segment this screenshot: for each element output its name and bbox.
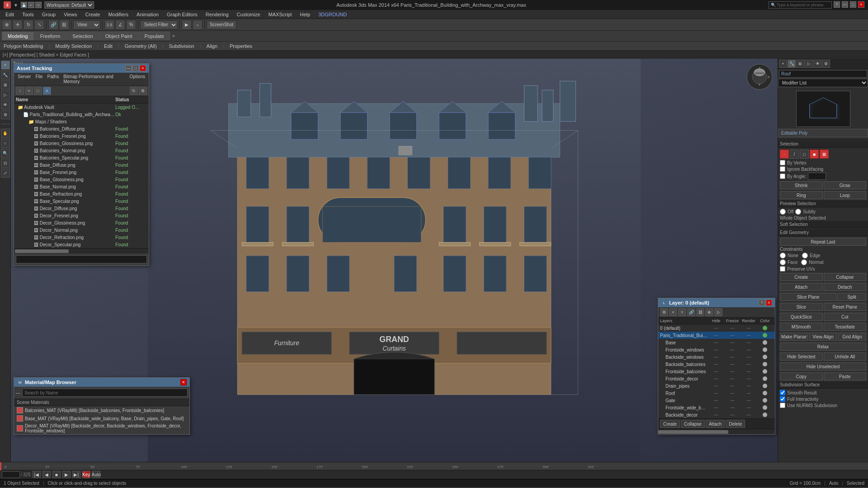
menu-help[interactable]: Help xyxy=(297,11,314,18)
at-tree-row[interactable]: 🖼 Balconies_Diffuse.png Found xyxy=(14,125,149,132)
prev-frame-btn[interactable]: |◀ xyxy=(33,471,41,478)
layer-titlebar[interactable]: L Layer: 0 (default) ? ✕ xyxy=(658,298,775,307)
sub-properties[interactable]: Properties xyxy=(228,43,254,49)
timeline-track[interactable]: 0 25 50 75 100 125 150 175 200 225 250 2… xyxy=(0,462,868,470)
play-btn[interactable]: ▶ xyxy=(182,20,192,30)
minimize-btn[interactable]: — xyxy=(842,1,848,8)
help-btn[interactable]: ? xyxy=(834,1,840,8)
orbit-icon[interactable]: ○ xyxy=(1,139,10,148)
zoom-all-icon[interactable]: ⊡ xyxy=(1,159,10,168)
zoom-icon[interactable]: 🔍 xyxy=(1,149,10,158)
rp-tab-create[interactable]: + xyxy=(779,60,787,68)
loop-btn[interactable]: Loop xyxy=(824,191,867,199)
sub-geometry-all[interactable]: Geometry (All) xyxy=(123,43,159,49)
layer-delete2-btn[interactable]: Delete xyxy=(726,420,745,428)
layer-help-btn[interactable]: ? xyxy=(759,300,765,306)
layer-row[interactable]: Base — — — xyxy=(658,339,775,346)
tab-populate[interactable]: Populate xyxy=(138,32,170,40)
at-toolbar-btn3[interactable]: □ xyxy=(34,87,42,95)
menu-create[interactable]: Create xyxy=(81,11,104,18)
key-btn[interactable]: Key xyxy=(82,471,90,478)
create-btn[interactable]: Create xyxy=(780,273,823,281)
tessellate-btn[interactable]: Tessellate xyxy=(824,323,867,331)
redo-btn[interactable]: ↪ xyxy=(35,2,42,8)
mat-close-btn[interactable]: ✕ xyxy=(180,379,187,385)
constraint-face-radio[interactable] xyxy=(780,259,786,265)
at-tree-row[interactable]: 🖼 Decor_Glossiness.png Found xyxy=(14,219,149,226)
rp-tab-display[interactable]: 👁 xyxy=(813,60,821,68)
layer-row[interactable]: Frontside_balconies — — — xyxy=(658,368,775,375)
maximize-vp-icon[interactable]: ⤢ xyxy=(1,169,10,178)
layer-row[interactable]: Paris_Traditional_Building_with_Archway … xyxy=(658,332,775,339)
pan-icon[interactable]: ✋ xyxy=(1,129,10,138)
grid-align-btn[interactable]: Grid Align xyxy=(838,333,866,341)
relax-btn[interactable]: Relax xyxy=(780,343,866,351)
reset-plane-btn[interactable]: Reset Plane xyxy=(824,303,867,311)
mat-section-label[interactable]: Scene Materials xyxy=(14,399,189,406)
stop-btn[interactable]: ■ xyxy=(52,471,61,478)
constraint-normal-radio[interactable] xyxy=(801,259,807,265)
sub-modify-selection[interactable]: Modify Selection xyxy=(53,43,94,49)
soft-selection-header[interactable]: Soft Selection xyxy=(778,221,868,228)
at-tree-row[interactable]: 🖼 Decor_Refraction.png Found xyxy=(14,234,149,241)
sub-polygon-modeling[interactable]: Polygon Modeling xyxy=(2,43,45,49)
at-menu-server[interactable]: Server xyxy=(16,74,33,84)
rp-tab-motion[interactable]: ▷ xyxy=(805,60,813,68)
mat-titlebar[interactable]: M Material/Map Browser ✕ xyxy=(14,378,189,387)
at-scrollbar-thumb[interactable] xyxy=(15,249,69,253)
unlink-btn[interactable]: ⛓ xyxy=(59,20,69,30)
sel-edge-btn[interactable]: / xyxy=(790,150,799,159)
asset-tracking-titlebar[interactable]: Asset Tracking — □ ✕ xyxy=(14,64,149,73)
sel-poly-btn[interactable]: ■ xyxy=(810,150,819,159)
layer-settings-btn[interactable]: ⚙ xyxy=(660,308,668,316)
edit-geometry-header[interactable]: Edit Geometry xyxy=(778,229,868,236)
sel-border-btn[interactable]: □ xyxy=(800,150,809,159)
rotate-btn[interactable]: ↻ xyxy=(24,20,33,30)
preview-off-radio[interactable] xyxy=(780,209,786,215)
search-input-area[interactable]: 🔍 Type a keyword or phrase xyxy=(769,1,832,9)
detach-btn[interactable]: Detach xyxy=(824,283,867,291)
at-search-input[interactable] xyxy=(16,255,147,263)
layer-create-btn[interactable]: Create xyxy=(660,420,680,428)
tab-freeform[interactable]: Freeform xyxy=(34,32,66,40)
app-menu-btn[interactable]: ▼ xyxy=(14,3,18,8)
layer-row[interactable]: Backside_windows — — — xyxy=(658,353,775,361)
layer-row[interactable]: 0 (default) — — — xyxy=(658,324,775,332)
at-tree-row[interactable]: 🖼 Base_Refraction.png Found xyxy=(14,190,149,197)
menu-tools[interactable]: Tools xyxy=(19,11,38,18)
copy-named-btn[interactable]: Copy xyxy=(780,372,823,380)
modifier-item[interactable]: Editable Poly xyxy=(778,129,868,137)
at-menu-file[interactable]: File xyxy=(33,74,44,84)
mat-search-input[interactable] xyxy=(22,389,188,397)
menu-edit[interactable]: Edit xyxy=(2,11,18,18)
shrink-btn[interactable]: Shrink xyxy=(780,181,823,189)
attach-btn[interactable]: Attach xyxy=(780,283,823,291)
modify-icon[interactable]: 🔧 xyxy=(1,70,10,80)
at-menu-paths[interactable]: Paths xyxy=(46,74,61,84)
sub-subdivision[interactable]: Subdivision xyxy=(167,43,196,49)
slice-plane-btn[interactable]: Slice Plane xyxy=(780,293,836,301)
layer-add-btn[interactable]: + xyxy=(678,308,686,316)
motion-icon[interactable]: ▷ xyxy=(1,90,10,99)
by-angle-check[interactable] xyxy=(780,174,785,179)
sel-vertex-btn[interactable]: · xyxy=(780,150,789,159)
object-name[interactable]: Roof xyxy=(779,70,867,78)
at-close-btn[interactable]: ✕ xyxy=(140,65,146,71)
tab-selection[interactable]: Selection xyxy=(66,32,99,40)
at-tree-row[interactable]: 🖼 Base_Fresnel.png Found xyxy=(14,169,149,176)
menu-maxscript[interactable]: MAXScript xyxy=(265,11,296,18)
at-tree-row[interactable]: 📁 Maps / Shaders xyxy=(14,118,149,125)
ignore-backfacing-check[interactable] xyxy=(780,166,785,172)
percent-snap-btn[interactable]: % xyxy=(126,20,136,30)
workspace-selector[interactable]: Workspace: Default xyxy=(44,1,94,9)
layer-close-btn[interactable]: ✕ xyxy=(766,300,772,306)
layer-scrollbar[interactable] xyxy=(658,429,775,434)
layer-scrollbar-thumb[interactable] xyxy=(658,430,728,434)
at-tree-row[interactable]: 🖼 Decor_Specular.png Found xyxy=(14,241,149,248)
menu-modifiers[interactable]: Modifiers xyxy=(104,11,132,18)
constraint-none-radio[interactable] xyxy=(780,253,786,258)
snap-btn[interactable]: 2.5 xyxy=(104,20,114,30)
at-toolbar-btn4[interactable]: ≡ xyxy=(43,87,51,95)
layer-link-btn[interactable]: 🔗 xyxy=(687,308,695,316)
at-tree-row[interactable]: 🖼 Decor_Fresnel.png Found xyxy=(14,212,149,219)
